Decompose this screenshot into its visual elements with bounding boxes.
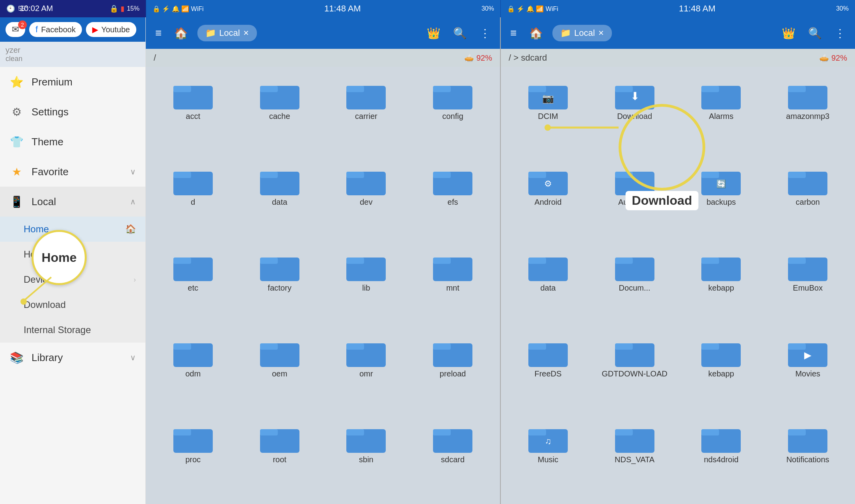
- file-item-freeds[interactable]: FreeDS: [505, 328, 591, 414]
- svg-rect-43: [528, 86, 546, 92]
- file-item-oem[interactable]: oem: [236, 328, 323, 414]
- file-item-proc[interactable]: proc: [150, 414, 236, 500]
- right-breadcrumb: / > sdcard 🥧 92%: [501, 49, 855, 67]
- file-item-kebapp[interactable]: kebapp: [678, 243, 765, 328]
- file-item-d[interactable]: d: [150, 157, 236, 243]
- file-item-root[interactable]: root: [236, 414, 323, 500]
- right-more-button[interactable]: ⋮: [831, 24, 849, 43]
- middle-search-button[interactable]: 🔍: [450, 24, 470, 43]
- right-tab-local[interactable]: 📁 Local ✕: [552, 25, 612, 41]
- tab-folder-icon: 📁: [205, 28, 216, 38]
- svg-rect-41: [433, 429, 451, 435]
- file-item-etc[interactable]: etc: [150, 243, 236, 328]
- sidebar-sub-home2[interactable]: Home: [0, 242, 145, 267]
- file-name-autodesk: Autodesk: [618, 198, 651, 207]
- file-item-alarms[interactable]: Alarms: [678, 71, 765, 157]
- sidebar-sub-download[interactable]: Download: [0, 292, 145, 317]
- file-name-acct: acct: [186, 112, 201, 121]
- lock-icon-1: 🔒: [110, 4, 118, 13]
- middle-crown-button[interactable]: 👑: [424, 24, 444, 43]
- file-name-mnt: mnt: [446, 284, 459, 293]
- file-item-lib[interactable]: lib: [323, 243, 410, 328]
- file-item-data-right[interactable]: data: [505, 243, 591, 328]
- file-item-music[interactable]: ♫ Music: [505, 414, 591, 500]
- right-menu-button[interactable]: ≡: [507, 24, 520, 43]
- file-item-carbon[interactable]: carbon: [764, 157, 851, 243]
- sidebar-item-premium[interactable]: ⭐ Premium: [0, 67, 145, 97]
- file-name-efs: efs: [448, 198, 458, 207]
- file-name-factory: factory: [268, 284, 292, 293]
- sidebar-sub-internal-storage-label: Internal Storage: [24, 324, 91, 335]
- status-left-3: 🔒 ⚡ 🔔 📶 WiFi: [507, 5, 558, 13]
- file-name-backups: backups: [706, 198, 736, 207]
- sidebar-sub-home-active[interactable]: Home 🏠: [0, 217, 145, 242]
- file-item-notifications[interactable]: Notifications: [764, 414, 851, 500]
- file-item-efs[interactable]: efs: [409, 157, 496, 243]
- file-item-acct[interactable]: acct: [150, 71, 236, 157]
- file-item-kebapp2[interactable]: kebapp: [678, 328, 765, 414]
- sidebar-item-library[interactable]: 📚 Library ∨: [0, 343, 145, 372]
- file-item-omr[interactable]: omr: [323, 328, 410, 414]
- file-item-config[interactable]: config: [409, 71, 496, 157]
- file-name-carbon: carbon: [796, 198, 820, 207]
- file-item-sdcard[interactable]: sdcard: [409, 414, 496, 500]
- sidebar-sub-internal-storage[interactable]: Internal Storage: [0, 317, 145, 343]
- file-item-carrier[interactable]: carrier: [323, 71, 410, 157]
- file-item-cache[interactable]: cache: [236, 71, 323, 157]
- file-item-autodesk[interactable]: Autodesk: [591, 157, 678, 243]
- file-name-nds4droid: nds4droid: [704, 455, 738, 464]
- svg-rect-25: [433, 258, 451, 264]
- youtube-badge[interactable]: ▶ Youtube: [86, 22, 136, 37]
- file-name-root: root: [273, 455, 286, 464]
- file-item-android[interactable]: ⚙ Android: [505, 157, 591, 243]
- file-item-emubox[interactable]: EmuBox: [764, 243, 851, 328]
- file-item-download-right[interactable]: ⬇ Download: [591, 71, 678, 157]
- sidebar-item-favorite[interactable]: ★ Favorite ∨: [0, 157, 145, 187]
- panels-wrapper: ≡ 🏠 📁 Local ✕ 👑 🔍 ⋮ / 🥧 92%: [146, 17, 855, 504]
- sidebar-item-settings[interactable]: ⚙ Settings: [0, 97, 145, 127]
- file-item-ndsvata[interactable]: NDS_VATA: [591, 414, 678, 500]
- file-item-amazonmp3[interactable]: amazonmp3: [764, 71, 851, 157]
- middle-menu-button[interactable]: ≡: [152, 24, 165, 43]
- file-item-nds4droid[interactable]: nds4droid: [678, 414, 765, 500]
- file-name-data-right: data: [540, 284, 556, 293]
- status-icons-left-3: 🔒 ⚡ 🔔 📶 WiFi: [507, 5, 558, 13]
- email-badge[interactable]: ✉ 2: [6, 22, 25, 37]
- file-item-factory[interactable]: factory: [236, 243, 323, 328]
- file-item-backups[interactable]: 🔄 backups: [678, 157, 765, 243]
- file-item-dcim[interactable]: 📷 DCIM: [505, 71, 591, 157]
- middle-file-grid: acct cache carrier config d: [146, 67, 500, 504]
- right-tab-close-icon[interactable]: ✕: [598, 29, 604, 37]
- svg-rect-35: [173, 429, 191, 435]
- middle-home-button[interactable]: 🏠: [171, 24, 191, 43]
- sidebar-item-local[interactable]: 📱 Local ∧: [0, 187, 145, 217]
- status-icons-left-2: 🔒 ⚡ 🔔 📶 WiFi: [152, 5, 204, 13]
- facebook-badge[interactable]: f Facebook: [29, 22, 82, 37]
- sidebar-item-premium-label: Premium: [32, 76, 72, 88]
- middle-storage-badge: 🥧 92%: [464, 53, 492, 63]
- file-item-dev[interactable]: dev: [323, 157, 410, 243]
- middle-more-button[interactable]: ⋮: [476, 24, 494, 43]
- file-item-mnt[interactable]: mnt: [409, 243, 496, 328]
- right-home-button[interactable]: 🏠: [526, 24, 546, 43]
- file-item-documents[interactable]: Docum...: [591, 243, 678, 328]
- svg-rect-56: [615, 172, 633, 178]
- file-name-notifications: Notifications: [786, 455, 829, 464]
- right-panel-header: ≡ 🏠 📁 Local ✕ 👑 🔍 ⋮: [501, 17, 855, 49]
- file-item-data[interactable]: data: [236, 157, 323, 243]
- file-item-movies[interactable]: ▶ Movies: [764, 328, 851, 414]
- file-name-preload: preload: [440, 369, 466, 378]
- file-item-preload[interactable]: preload: [409, 328, 496, 414]
- file-item-gdtdownload[interactable]: GDTDOWN-LOAD: [591, 328, 678, 414]
- svg-rect-27: [173, 343, 191, 350]
- svg-rect-37: [260, 429, 278, 435]
- middle-tab-local[interactable]: 📁 Local ✕: [197, 25, 257, 41]
- file-item-odm[interactable]: odm: [150, 328, 236, 414]
- sidebar-item-theme[interactable]: 👕 Theme: [0, 127, 145, 157]
- sidebar-sub-device[interactable]: Device ›: [0, 267, 145, 292]
- right-crown-button[interactable]: 👑: [779, 24, 799, 43]
- svg-rect-39: [346, 429, 364, 435]
- file-item-sbin[interactable]: sbin: [323, 414, 410, 500]
- tab-close-icon[interactable]: ✕: [243, 29, 249, 37]
- right-search-button[interactable]: 🔍: [805, 24, 825, 43]
